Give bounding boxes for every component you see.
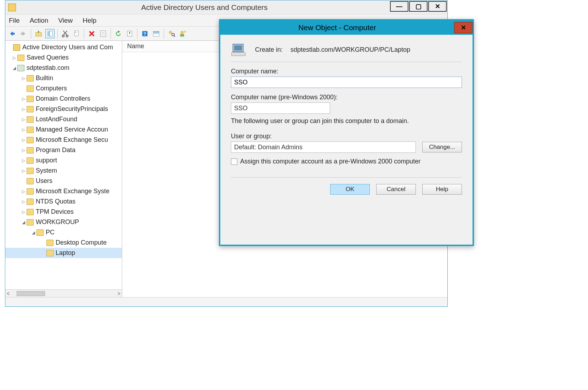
copy-icon[interactable] (72, 29, 81, 38)
svg-point-4 (66, 35, 68, 37)
svg-point-21 (184, 30, 186, 33)
tree-laptop[interactable]: Laptop (5, 248, 122, 258)
svg-text:?: ? (143, 31, 146, 36)
app-icon (8, 4, 16, 11)
dialog-titlebar[interactable]: New Object - Computer ✕ (220, 21, 473, 35)
find-icon[interactable] (167, 29, 176, 38)
tree-builtin[interactable]: ▷Builtin (5, 73, 122, 83)
assign-prewin-checkbox[interactable] (231, 158, 237, 165)
computer-name-label: Computer name: (231, 68, 462, 75)
tree-saved-queries[interactable]: ▷Saved Queries (5, 52, 122, 63)
svg-point-3 (62, 35, 64, 37)
tree-workgroup[interactable]: ◢WORKGROUP (5, 217, 122, 227)
assign-prewin-label: Assign this computer account as a pre-Wi… (240, 158, 420, 165)
tree-lostfound[interactable]: ▷LostAndFound (5, 114, 122, 124)
divider (231, 62, 462, 62)
tree-pane[interactable]: Active Directory Users and Com ▷Saved Qu… (5, 41, 122, 297)
menu-action[interactable]: Action (30, 17, 49, 24)
computer-icon (231, 43, 247, 57)
menu-view[interactable]: View (58, 17, 73, 24)
tree-msa[interactable]: ▷Managed Service Accoun (5, 124, 122, 135)
tree-computers[interactable]: Computers (5, 83, 122, 94)
tree-support[interactable]: ▷support (5, 155, 122, 166)
svg-rect-20 (180, 34, 184, 36)
svg-rect-15 (153, 34, 159, 36)
maximize-button[interactable]: ▢ (409, 1, 428, 12)
add-user-icon[interactable] (178, 29, 187, 38)
tree-domain[interactable]: ◢sdptestlab.com (5, 63, 122, 73)
menu-file[interactable]: File (9, 17, 20, 24)
svg-rect-23 (234, 45, 242, 51)
svg-rect-1 (47, 31, 50, 36)
svg-rect-6 (75, 32, 76, 33)
new-object-computer-dialog: New Object - Computer ✕ Create in: sdpte… (219, 19, 474, 246)
menu-help[interactable]: Help (83, 17, 96, 24)
svg-rect-2 (50, 31, 52, 36)
help-icon[interactable]: ? (140, 29, 149, 38)
tree-programdata[interactable]: ▷Program Data (5, 145, 122, 155)
tree-system[interactable]: ▷System (5, 166, 122, 176)
tree-desktop[interactable]: Desktop Compute (5, 238, 122, 248)
change-button[interactable]: Change... (422, 142, 462, 152)
help-button[interactable]: Help (422, 184, 462, 195)
tree-exch-sec[interactable]: ▷Microsoft Exchange Secu (5, 135, 122, 145)
tree-domain-controllers[interactable]: ▷Domain Controllers (5, 94, 122, 104)
filter-icon[interactable] (152, 29, 161, 38)
svg-rect-24 (232, 52, 245, 56)
tree-tpm[interactable]: ▷TPM Devices (5, 207, 122, 217)
tree-fsp[interactable]: ▷ForeignSecurityPrincipals (5, 104, 122, 114)
cut-icon[interactable] (61, 29, 70, 38)
statusbar (5, 297, 447, 306)
user-group-label: User or group: (231, 133, 462, 140)
up-folder-icon[interactable] (34, 29, 43, 38)
tree-exch-sys[interactable]: ▷Microsoft Exchange Syste (5, 186, 122, 196)
prewin-label: Computer name (pre-Windows 2000): (231, 94, 462, 101)
svg-line-18 (174, 35, 175, 37)
divider (231, 177, 462, 178)
refresh-icon[interactable] (114, 29, 123, 38)
svg-point-16 (169, 30, 172, 34)
tree-root[interactable]: Active Directory Users and Com (5, 42, 122, 52)
ok-button[interactable]: OK (330, 184, 370, 195)
cancel-button[interactable]: Cancel (376, 184, 416, 195)
tree-users[interactable]: Users (5, 176, 122, 186)
svg-point-19 (181, 30, 184, 34)
forward-icon[interactable] (19, 29, 28, 38)
create-in-path: sdptestlab.com/WORKGROUP/PC/Laptop (290, 46, 410, 54)
svg-rect-0 (36, 32, 42, 36)
dialog-title: New Object - Computer (220, 23, 454, 32)
svg-rect-14 (153, 31, 159, 33)
join-note: The following user or group can join thi… (231, 117, 462, 125)
prewin-name-input[interactable] (231, 102, 330, 114)
window-title: Active Directory Users and Computers (19, 3, 390, 12)
properties-icon[interactable] (98, 29, 108, 38)
delete-icon[interactable] (87, 29, 96, 38)
computer-name-input[interactable] (231, 77, 462, 88)
dialog-close-button[interactable]: ✕ (454, 22, 473, 33)
create-in-label: Create in: (255, 46, 283, 54)
svg-point-17 (172, 33, 174, 36)
main-titlebar[interactable]: Active Directory Users and Computers — ▢… (5, 0, 447, 15)
user-group-input (231, 141, 416, 153)
tree-h-scrollbar[interactable]: <> (5, 289, 122, 297)
close-button[interactable]: ✕ (428, 1, 447, 12)
back-icon[interactable] (7, 29, 17, 38)
show-hide-tree-icon[interactable] (45, 29, 55, 38)
svg-rect-5 (75, 30, 79, 36)
minimize-button[interactable]: — (390, 1, 408, 12)
tree-pc[interactable]: ◢PC (5, 227, 122, 238)
tree-ntds[interactable]: ▷NTDS Quotas (5, 196, 122, 207)
export-list-icon[interactable] (125, 29, 134, 38)
